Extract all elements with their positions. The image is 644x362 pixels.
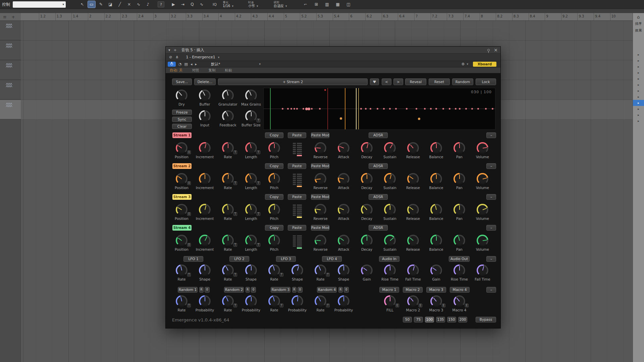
macro-3-knob[interactable]: E — [430, 295, 442, 307]
reset-button[interactable]: Reset — [429, 78, 450, 85]
audio-out-button[interactable]: Audio Out — [449, 256, 470, 262]
lfo-shape-knob[interactable] — [338, 264, 350, 276]
listen-tool[interactable]: ♪ — [144, 1, 152, 8]
random-probability-knob[interactable] — [245, 295, 257, 307]
feedback-knob[interactable] — [222, 110, 234, 122]
macro-2-knob[interactable]: E — [407, 295, 419, 307]
macro-2-button[interactable]: Macro 2 — [403, 287, 423, 293]
home-icon[interactable]: ⌂ — [633, 13, 644, 20]
stream-4-rate-knob[interactable]: T — [222, 235, 234, 246]
add-insert-icon[interactable]: + — [174, 48, 177, 52]
dry-knob[interactable] — [176, 89, 187, 101]
lfo-3-button[interactable]: LFO 3 — [276, 256, 296, 262]
panel-item[interactable]: ▸ — [633, 100, 644, 106]
save-button[interactable]: Save... — [172, 78, 192, 85]
stream-3-pitch-knob[interactable] — [268, 204, 280, 216]
track-menu-icon[interactable]: ≡ — [3, 14, 7, 19]
tab-copy[interactable]: 复制 — [208, 68, 215, 73]
track-header[interactable] — [0, 80, 21, 100]
stream-4-sustain-knob[interactable] — [384, 235, 396, 246]
panel-label-fx[interactable]: 效果 — [633, 27, 644, 34]
max-grains-knob[interactable] — [245, 89, 257, 101]
stream-4-length-knob[interactable]: T — [245, 235, 257, 246]
macro-4-button[interactable]: Macro 4 — [450, 287, 470, 293]
lfo-shape-knob[interactable] — [291, 264, 303, 276]
stream-2-release-knob[interactable] — [407, 173, 419, 185]
clear-button[interactable]: Clear — [172, 124, 192, 129]
stream-4-paste-button[interactable]: Paste — [288, 225, 306, 231]
prev-preset-icon[interactable]: ◂ — [191, 62, 193, 66]
power-button[interactable] — [168, 62, 176, 67]
lfo-rate-knob[interactable]: T — [222, 264, 234, 276]
quantize-combo[interactable]: 量化 1/16▾ — [223, 1, 242, 8]
stream-1-reverse-knob[interactable] — [315, 142, 326, 154]
stream-3-sustain-knob[interactable] — [384, 204, 396, 216]
xboard-button[interactable]: Xboard — [473, 62, 496, 67]
stream-2-sustain-knob[interactable] — [384, 173, 396, 185]
input-knob[interactable] — [199, 110, 211, 122]
track-header[interactable] — [0, 21, 21, 40]
stream-3-copy-button[interactable]: Copy — [265, 194, 283, 200]
stream-2-reverse-knob[interactable] — [315, 173, 326, 185]
track-header[interactable] — [0, 100, 21, 119]
routing-icon[interactable]: ⋔ — [175, 55, 178, 59]
add-track-icon[interactable]: + — [11, 14, 15, 19]
panel-item[interactable]: ▸ — [633, 112, 644, 118]
plugin-titlebar[interactable]: ▾ + 音轨 5 · 插入 × — [166, 47, 500, 54]
random-4-button[interactable]: Random 4 — [317, 287, 337, 293]
stream-2-paste-mod-button[interactable]: Paste Mod. — [311, 163, 329, 169]
panel-item[interactable]: ▸ — [633, 58, 644, 64]
stream-2-length-knob[interactable]: T — [245, 173, 257, 185]
tab-compare[interactable]: 对照 — [192, 68, 199, 73]
stream-1-decay-knob[interactable] — [361, 142, 373, 154]
stream-4-balance-knob[interactable] — [430, 235, 442, 246]
lfo-gain-knob[interactable] — [361, 264, 373, 276]
stream-3-attack-knob[interactable] — [338, 204, 350, 216]
stream-1-grain-meter[interactable] — [293, 143, 302, 156]
audio-in-button[interactable]: Audio In — [379, 256, 399, 262]
gear-icon[interactable]: ⚙ — [462, 62, 465, 66]
panel-label-sort[interactable]: 排序 — [633, 20, 644, 27]
stream-3-grain-meter[interactable] — [293, 204, 302, 218]
stream-1-position-knob[interactable]: 0 — [176, 142, 187, 154]
stream-2-pan-knob[interactable] — [453, 173, 465, 185]
stream-4-release-knob[interactable] — [407, 235, 419, 246]
scale-100-button[interactable]: 100 — [425, 317, 434, 322]
lfo-collapse-button[interactable]: – — [486, 256, 496, 262]
stream-3-adsr-button[interactable]: ADSR — [369, 194, 388, 200]
randomize-button[interactable]: Random — [452, 78, 473, 85]
stream-2-pitch-knob[interactable] — [268, 173, 280, 185]
stream-3-reverse-knob[interactable] — [315, 204, 326, 216]
track-header[interactable] — [0, 60, 21, 80]
stream-1-increment-knob[interactable] — [199, 142, 211, 154]
stream-4-position-knob[interactable]: 0 — [176, 235, 187, 246]
stream-1-release-knob[interactable] — [407, 142, 419, 154]
pointer-tool[interactable]: ↖ — [78, 1, 86, 8]
stream-1-copy-button[interactable]: Copy — [265, 132, 283, 138]
stream-2-adsr-button[interactable]: ADSR — [369, 163, 388, 169]
add-stream-button[interactable]: + Stream 2 — [218, 78, 368, 85]
snap-combo[interactable]: 吸附 自适应▾ — [274, 1, 293, 8]
lfo-shape-knob[interactable] — [199, 264, 211, 276]
autoscroll-icon[interactable]: ▶ — [170, 1, 177, 8]
stream-3-increment-knob[interactable] — [199, 204, 211, 216]
stream-1-sustain-knob[interactable] — [384, 142, 396, 154]
sync-button[interactable]: Sync — [172, 117, 192, 122]
stream-2-volume-knob[interactable] — [477, 173, 488, 185]
fill-knob[interactable]: E — [384, 295, 396, 307]
lock-button[interactable]: Lock — [476, 78, 496, 85]
stream-4-adsr-button[interactable]: ADSR — [369, 225, 388, 231]
stream-2-collapse-button[interactable]: – — [486, 163, 496, 169]
stream-2-position-knob[interactable]: 0 — [176, 173, 187, 185]
stream-1-attack-knob[interactable] — [338, 142, 350, 154]
granulator-knob[interactable] — [222, 89, 234, 101]
scale-75-button[interactable]: 75 — [414, 317, 423, 322]
scale-150-button[interactable]: 150 — [447, 317, 456, 322]
stream-3-length-knob[interactable]: T — [245, 204, 257, 216]
eraser-tool[interactable]: ◪ — [107, 1, 114, 8]
scale-135-button[interactable]: 135 — [436, 317, 445, 322]
stream-1-pitch-knob[interactable] — [268, 142, 280, 154]
random-probability-knob[interactable] — [199, 295, 211, 307]
lfo-1-button[interactable]: LFO 1 — [183, 256, 203, 262]
collapse-icon[interactable]: ▾ — [168, 48, 170, 52]
